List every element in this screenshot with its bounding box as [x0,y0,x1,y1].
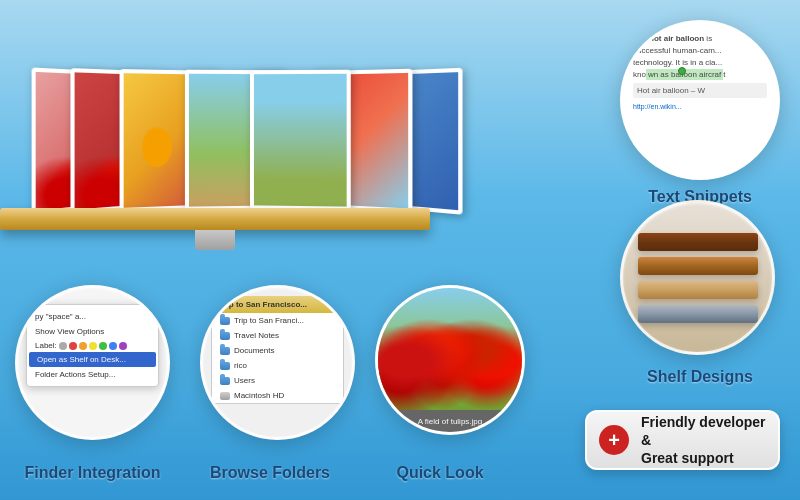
shelf-board [0,208,430,230]
support-line1: Friendly developer & [641,414,765,448]
text-snippets-content: The hot air balloon issuccessful human-c… [623,23,777,177]
finder-menu-item-1: py "space" a... [27,309,158,324]
color-dot-yellow [89,342,97,350]
snippet-title: Hot air balloon – W [633,83,767,98]
browse-folders-circle: Trip to San Francisco... Trip to San Fra… [200,285,355,440]
folder-icon-5 [220,377,230,385]
quick-look-image-label: A field of tulips.jpg [378,410,522,432]
snippet-text: The hot air balloon issuccessful human-c… [633,33,767,81]
browse-header: Trip to San Francisco... [211,296,344,313]
shelf-designs-circle [620,200,775,355]
browse-content: Trip to San Francisco... Trip to San Fra… [203,288,352,437]
shelf-plank-medium [638,257,758,275]
folder-icon-3 [220,347,230,355]
snippet-url: http://en.wikin... [633,102,767,112]
shelf-plank-dark [638,233,758,251]
color-dot-gray [59,342,67,350]
folder-icon-2 [220,332,230,340]
color-dot-green [99,342,107,350]
folder-icon-1 [220,317,230,325]
browse-item-4: rico [212,358,343,373]
color-dot-purple [119,342,127,350]
finder-menu-item-open: Open as Shelf on Desk... [29,352,156,367]
finder-menu: py "space" a... Show View Options Label:… [26,304,159,387]
support-badge[interactable]: + Friendly developer & Great support [585,410,780,470]
color-dot-red [69,342,77,350]
finder-label-text: Label: [35,341,57,350]
support-text: Friendly developer & Great support [641,413,766,468]
shelf-plank-gray [638,305,758,323]
green-dot [678,67,686,75]
shelf-designs-content [623,203,772,352]
support-line2: Great support [641,450,734,466]
shelf-designs-label: Shelf Designs [620,368,780,386]
quick-look-content: A field of tulips.jpg [378,288,522,432]
finder-integration-label: Finder Integration [15,464,170,482]
photo-card-5 [250,70,351,211]
browse-list: Trip to San Franci... Travel Notes Docum… [211,313,344,404]
finder-menu-item-folder: Folder Actions Setup... [27,367,158,382]
color-dot-blue [109,342,117,350]
folder-icon-4 [220,362,230,370]
tulips-image [378,288,522,410]
quick-look-circle: A field of tulips.jpg [375,285,525,435]
browse-item-5: Users [212,373,343,388]
quick-look-label: Quick Look [365,464,515,482]
color-dot-orange [79,342,87,350]
text-snippets-circle: The hot air balloon issuccessful human-c… [620,20,780,180]
shelf-plank-light [638,281,758,299]
finder-integration-circle: py "space" a... Show View Options Label:… [15,285,170,440]
finder-content: py "space" a... Show View Options Label:… [18,288,167,437]
finder-label-row: Label: [27,339,158,352]
finder-menu-item-2: Show View Options [27,324,158,339]
browse-item-1: Trip to San Franci... [212,313,343,328]
browse-item-2: Travel Notes [212,328,343,343]
shelf-photos [10,20,430,210]
browse-item-3: Documents [212,343,343,358]
support-plus-icon: + [599,425,629,455]
shelf-section [0,0,460,260]
browse-item-6: Macintosh HD [212,388,343,403]
browse-folders-label: Browse Folders [185,464,355,482]
hdd-icon [220,392,230,400]
